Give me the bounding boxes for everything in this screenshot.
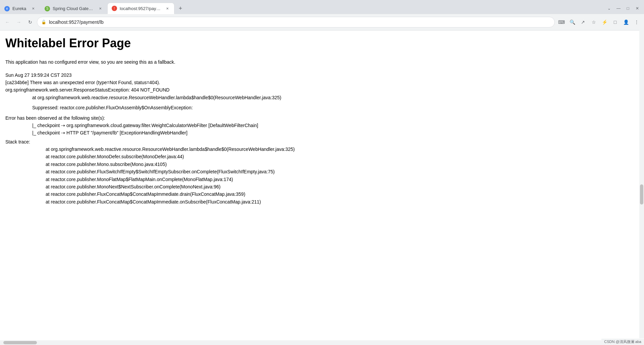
error-body: This application has no configured error…	[5, 58, 639, 206]
tab-bar: e Eureka ✕ S Spring Cloud Gateway ✕ ! lo…	[0, 0, 644, 14]
suppressed-line: Suppressed: reactor.core.publisher.FluxO…	[32, 104, 639, 111]
page-content: Whitelabel Error Page This application h…	[0, 31, 644, 219]
tab-title-eureka: Eureka	[12, 6, 28, 11]
extensions-button[interactable]: ⚡	[600, 17, 609, 27]
tab-overflow-controls: ⌄ — □ ✕	[605, 4, 641, 12]
vertical-scrollbar-thumb[interactable]	[640, 184, 643, 205]
maximize-button[interactable]: □	[624, 4, 632, 12]
tab-payment-lb[interactable]: ! localhost:9527/payment/lb ✕	[107, 3, 174, 14]
page-title: Whitelabel Error Page	[5, 36, 639, 50]
address-bar[interactable]: 🔓 localhost:9527/payment/lb	[37, 17, 555, 27]
error-id-line: [ca234b6e] There was an unexpected error…	[5, 79, 639, 86]
stack-item-0: at org.springframework.web.reactive.reso…	[46, 146, 639, 153]
stack-item-5: at reactor.core.publisher.MonoNext$NextS…	[46, 183, 639, 190]
tab-favicon-payment: !	[112, 6, 117, 11]
new-tab-button[interactable]: +	[176, 4, 185, 13]
stack-item-3: at reactor.core.publisher.FluxSwitchIfEm…	[46, 168, 639, 175]
minimize-button[interactable]: —	[614, 4, 623, 12]
menu-button[interactable]: ⋮	[632, 17, 641, 27]
tab-favicon-spring: S	[45, 6, 50, 11]
error-observed-header: Error has been observed at the following…	[5, 114, 639, 122]
address-bar-row: ← → ↻ 🔓 localhost:9527/payment/lb ⌨ 🔍 ↗ …	[0, 14, 644, 30]
translate-button[interactable]: ⌨	[557, 17, 566, 27]
bookmark-button[interactable]: ☆	[589, 17, 598, 27]
forward-button[interactable]: →	[14, 17, 23, 27]
tab-title-spring: Spring Cloud Gateway	[53, 6, 95, 11]
close-window-button[interactable]: ✕	[633, 4, 641, 12]
stack-item-6: at reactor.core.publisher.FluxConcatMap$…	[46, 190, 639, 198]
tab-favicon-eureka: e	[4, 6, 10, 11]
share-button[interactable]: ↗	[578, 17, 588, 27]
lock-icon: 🔓	[41, 20, 46, 24]
tab-close-payment[interactable]: ✕	[165, 6, 170, 11]
stack-item-1: at reactor.core.publisher.MonoDefer.subs…	[46, 153, 639, 160]
tab-close-eureka[interactable]: ✕	[31, 6, 36, 11]
vertical-scrollbar-track[interactable]	[639, 30, 644, 219]
refresh-button[interactable]: ↻	[25, 17, 35, 27]
sidebar-button[interactable]: □	[610, 17, 620, 27]
checkpoint-1: |_ checkpoint ⇢ org.springframework.clou…	[32, 122, 639, 129]
stack-trace-header: Stack trace:	[5, 138, 639, 146]
at-line-1: at org.springframework.web.reactive.reso…	[32, 94, 639, 101]
zoom-button[interactable]: 🔍	[568, 17, 577, 27]
browser-chrome: e Eureka ✕ S Spring Cloud Gateway ✕ ! lo…	[0, 0, 644, 31]
tab-list-button[interactable]: ⌄	[605, 4, 613, 12]
checkpoint-2: |_ checkpoint ⇢ HTTP GET "/payment/lb" […	[32, 129, 639, 136]
stack-item-4: at reactor.core.publisher.MonoFlatMap$Fl…	[46, 176, 639, 183]
toolbar-right: ⌨ 🔍 ↗ ☆ ⚡ □ 👤 ⋮	[557, 17, 641, 27]
tab-spring-cloud-gateway[interactable]: S Spring Cloud Gateway ✕	[40, 3, 107, 14]
fallback-message: This application has no configured error…	[5, 58, 639, 66]
back-button[interactable]: ←	[3, 17, 12, 27]
address-text: localhost:9527/payment/lb	[49, 19, 550, 25]
stack-item-2: at reactor.core.publisher.Mono.subscribe…	[46, 161, 639, 168]
profile-button[interactable]: 👤	[621, 17, 631, 27]
tab-close-spring[interactable]: ✕	[98, 6, 103, 11]
tab-title-payment: localhost:9527/payment/lb	[120, 6, 162, 11]
exception-line: org.springframework.web.server.ResponseS…	[5, 86, 639, 94]
stack-item-7: at reactor.core.publisher.FluxConcatMap$…	[46, 198, 639, 206]
tab-eureka[interactable]: e Eureka ✕	[0, 3, 40, 14]
timestamp: Sun Aug 27 19:59:24 CST 2023	[5, 71, 639, 79]
